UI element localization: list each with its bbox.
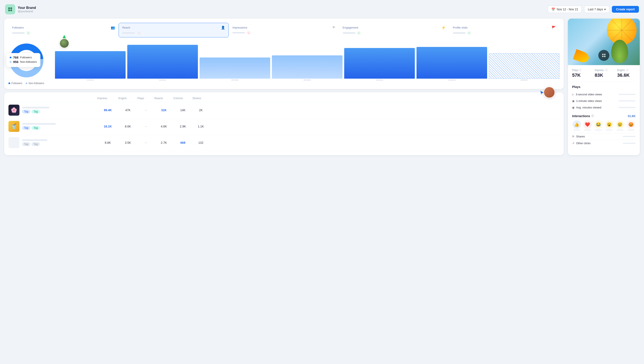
tag-teal-2: Tag	[32, 126, 40, 130]
impress-info-icon: ⓘ	[605, 68, 608, 72]
emoji-item-angry: 😡	[626, 120, 636, 130]
bar-group-1	[55, 51, 126, 80]
love-bar	[584, 130, 591, 130]
col-header-plays: Plays	[138, 96, 154, 100]
bar-group-3	[200, 58, 270, 80]
content-card: Impress. Engmt. Plays Reacts Comms Share…	[4, 92, 564, 155]
like-emoji: 👍	[572, 120, 581, 129]
bar-label-4	[304, 80, 311, 80]
metric-name-followers: Followers	[12, 26, 24, 29]
content-tags-3: Tag Tag	[22, 142, 47, 146]
shares-stat: ⟳ Shares	[572, 133, 636, 140]
sad-bar	[617, 130, 624, 130]
col-header-impress: Impress.	[97, 96, 118, 100]
plays-item-1-label: 3-second video views	[576, 93, 602, 96]
bar-label-6	[448, 80, 456, 80]
thumb-3	[8, 137, 20, 148]
svg-rect-2	[8, 10, 10, 11]
bar-group-5	[344, 48, 415, 80]
date-range-button[interactable]: 📅 Nov 12 - Nov 21	[548, 6, 582, 13]
interactions-header: Interactions ⓘ 31.6K	[572, 114, 636, 118]
clock-icon: ▣	[572, 106, 574, 109]
plays-item-3: ▣ Avg. minutes viewed	[572, 104, 636, 111]
other-clicks-bar	[623, 143, 636, 144]
svg-rect-9	[602, 54, 604, 55]
like-bar	[574, 130, 580, 130]
bar-label-5	[376, 80, 383, 80]
love-emoji: ❤️	[583, 120, 592, 129]
bar-label-2	[159, 80, 166, 80]
non-followers-tooltip-item: 956 Non-followers	[10, 60, 37, 64]
metric-bar-reach	[122, 32, 135, 34]
plays-item-3-left: ▣ Avg. minutes viewed	[572, 106, 601, 109]
cell-engmt-1: 47K	[118, 108, 138, 112]
bar-group-6	[416, 47, 487, 80]
metric-bar-engagement	[343, 32, 356, 34]
thumb-1: 🌸	[8, 105, 20, 116]
pointer-arrow-icon	[62, 35, 66, 38]
angry-bar	[628, 130, 634, 130]
cell-shares-2: 1.1K	[192, 125, 209, 128]
play-button[interactable]	[598, 50, 609, 61]
plays-value: 57K	[572, 72, 590, 78]
plays-list: ▷ 3-second video views ▣ 1-minute video …	[572, 91, 636, 111]
mango-decoration	[573, 49, 590, 64]
thumb-2-emoji: 🥤	[11, 124, 17, 129]
cursor-avatar-area	[540, 86, 555, 98]
content-bar-1a	[22, 107, 50, 108]
cell-comms-3: 668	[173, 141, 192, 144]
metric-tab-profile-visits[interactable]: Profile visits 🚩 ↑	[449, 23, 560, 38]
cell-plays-2: --	[138, 125, 154, 128]
period-button[interactable]: Last 7 days ▾	[584, 6, 609, 13]
bar-label-1	[86, 80, 94, 80]
bar-group-2	[127, 45, 198, 80]
bar-7-hatched	[489, 53, 560, 79]
plays-section-title: Plays	[572, 85, 636, 88]
plays-label: Plays	[572, 69, 578, 72]
main-layout: Followers 👥 ↑ Reach 👤 →	[4, 18, 640, 155]
metric-name-reach: Reach	[122, 26, 130, 29]
content-preview-2: 🥤 Tag Tag	[8, 121, 97, 132]
metric-tab-reach[interactable]: Reach 👤 →	[118, 23, 229, 38]
plays-info-icon: ⓘ	[579, 68, 582, 72]
svg-rect-10	[604, 54, 606, 55]
engmt-info-icon: ⓘ	[626, 68, 628, 72]
play-triangle-icon: ▷	[572, 93, 574, 96]
cell-shares-3: 132	[192, 141, 209, 144]
metric-tab-impressions[interactable]: Impressions 👁 ↓	[229, 23, 339, 38]
plays-item-2-left: ▣ 1-minute video views	[572, 99, 602, 102]
metric-change-followers: ↑	[26, 31, 30, 35]
shares-bar	[623, 136, 636, 137]
bar-3	[200, 58, 270, 79]
bar-group-4	[272, 56, 342, 80]
emoji-item-sad: 😢	[616, 120, 624, 130]
plays-item-3-label: Avg. minutes viewed	[576, 106, 601, 109]
content-preview-3: Tag Tag	[8, 137, 97, 148]
page-header: Your Brand @yourbrand 📅 Nov 12 - Nov 21 …	[4, 4, 640, 14]
metrics-row: Followers 👥 ↑ Reach 👤 →	[8, 23, 560, 38]
plays-item-1-left: ▷ 3-second video views	[572, 93, 602, 96]
angry-emoji: 😡	[627, 120, 635, 129]
metric-tab-engagement[interactable]: Engagement ⚡ ↑	[339, 23, 449, 38]
create-report-button[interactable]: Create report	[612, 6, 639, 13]
cell-impress-2: 16.1K	[97, 125, 118, 128]
metric-change-profile-visits: ↑	[467, 31, 471, 35]
shares-label: Shares	[576, 135, 585, 138]
svg-rect-3	[10, 10, 12, 11]
col-header-engmt: Engmt.	[118, 96, 138, 100]
engmt-label: Engmt.	[617, 69, 625, 72]
content-preview-1: 🌸 Tag Tag	[8, 105, 97, 116]
chevron-down-icon: ▾	[604, 8, 606, 11]
haha-bar	[595, 130, 602, 130]
avatar-circle-1	[59, 38, 69, 48]
cell-shares-1: 2K	[192, 108, 209, 112]
emoji-item-like: 👍	[572, 120, 581, 130]
non-followers-count: 956	[13, 60, 18, 64]
cell-reacts-1: 31K	[154, 108, 173, 112]
col-header-content	[8, 96, 97, 100]
stats-card: Followers 👥 ↑ Reach 👤 →	[4, 18, 564, 89]
thumb-1-emoji: 🌸	[11, 107, 17, 113]
wow-bar	[606, 130, 613, 130]
metric-bar-profile-visits	[453, 32, 466, 34]
content-bar-2a	[22, 123, 56, 125]
